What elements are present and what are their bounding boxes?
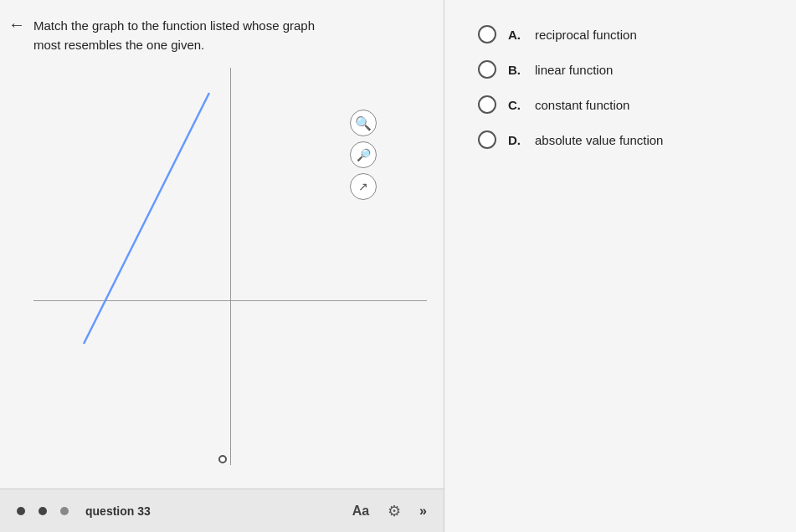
graph-endpoint-dot — [218, 455, 227, 463]
option-c-letter: C. — [508, 98, 523, 112]
line-svg — [17, 76, 268, 369]
radio-b[interactable] — [478, 60, 496, 79]
expand-button[interactable]: ↗ — [350, 173, 377, 200]
option-c[interactable]: C. constant function — [478, 95, 771, 114]
dot-1 — [17, 507, 25, 515]
main-container: ← Match the graph to the function listed… — [0, 0, 796, 532]
option-b[interactable]: B. linear function — [478, 60, 771, 79]
option-d[interactable]: D. absolute value function — [478, 130, 771, 149]
back-arrow-icon[interactable]: ← — [8, 15, 25, 34]
option-a[interactable]: A. reciprocal function — [478, 25, 771, 43]
question-text: Match the graph to the function listed w… — [33, 17, 352, 54]
zoom-in-icon: 🔍 — [355, 115, 372, 131]
dot-2 — [39, 507, 47, 515]
share-icon: ⚙ — [388, 502, 401, 520]
zoom-in-button[interactable]: 🔍 — [350, 110, 377, 136]
share-button[interactable]: ⚙ — [383, 499, 406, 523]
option-b-letter: B. — [508, 63, 523, 77]
graph-area: 🔍 🔎 ↗ — [33, 68, 427, 532]
graph-toolbar: 🔍 🔎 ↗ — [350, 110, 377, 200]
option-c-text: constant function — [535, 98, 629, 112]
option-d-text: absolute value function — [535, 133, 663, 147]
option-b-text: linear function — [535, 63, 613, 77]
radio-d[interactable] — [478, 130, 496, 149]
graph-line — [84, 93, 87, 327]
svg-line-0 — [84, 93, 209, 344]
right-panel: A. reciprocal function B. linear functio… — [444, 0, 796, 532]
option-a-text: reciprocal function — [535, 28, 637, 42]
bottom-tools: Aa ⚙ » — [352, 499, 427, 523]
zoom-out-button[interactable]: 🔎 — [350, 141, 377, 168]
radio-a[interactable] — [478, 25, 496, 43]
left-panel: ← Match the graph to the function listed… — [0, 0, 444, 532]
font-size-button[interactable]: Aa — [352, 504, 369, 519]
next-button[interactable]: » — [419, 504, 427, 519]
radio-c[interactable] — [478, 95, 496, 114]
zoom-out-icon: 🔎 — [357, 148, 371, 161]
expand-icon: ↗ — [358, 180, 368, 193]
option-a-letter: A. — [508, 28, 523, 42]
question-label: question 33 — [85, 504, 151, 518]
option-d-letter: D. — [508, 133, 523, 147]
dot-3 — [60, 507, 69, 515]
bottom-bar: question 33 Aa ⚙ » — [0, 489, 444, 532]
